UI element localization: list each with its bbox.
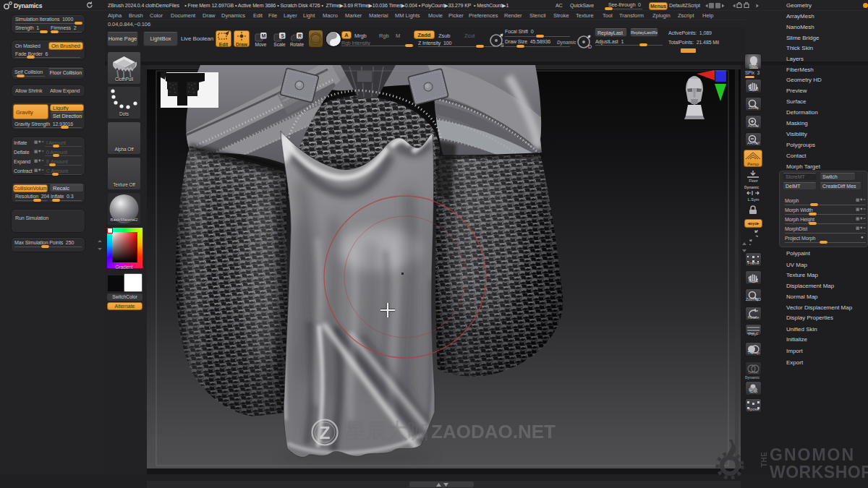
svg-text:S: S bbox=[501, 43, 504, 48]
svg-text:D: D bbox=[588, 44, 592, 49]
svg-text:WORKSHOP: WORKSHOP bbox=[770, 463, 868, 481]
svg-text:THE: THE bbox=[760, 452, 768, 468]
svg-text:R: R bbox=[298, 33, 302, 38]
svg-text:星辰大咖: 星辰大咖 bbox=[344, 419, 429, 442]
svg-text:GNOMON: GNOMON bbox=[770, 445, 855, 464]
svg-text:ZAODAO.NET: ZAODAO.NET bbox=[431, 421, 556, 442]
svg-text:S: S bbox=[281, 33, 284, 38]
svg-text:M: M bbox=[262, 33, 266, 38]
svg-text:Z: Z bbox=[320, 423, 331, 442]
